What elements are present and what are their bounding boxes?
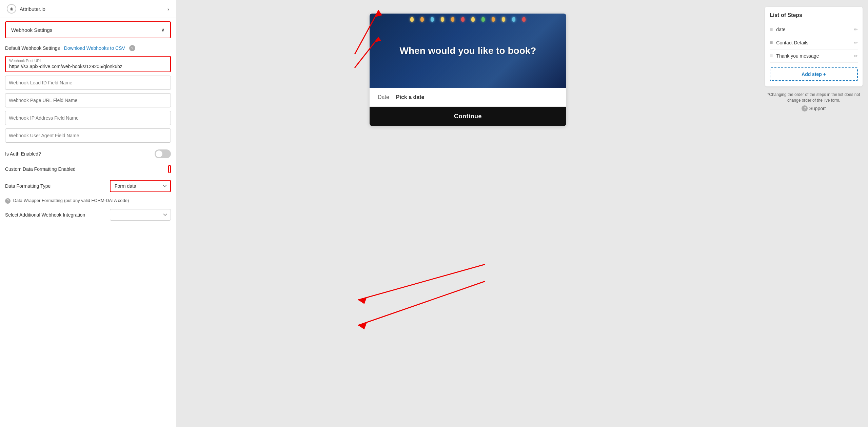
light-6 [461,17,465,22]
light-2 [420,17,424,22]
svg-line-6 [358,281,485,325]
edit-icon-thankyou[interactable]: ✏ [854,53,858,59]
webhook-settings-title: Webhook Settings [11,27,52,33]
party-lights [370,17,566,22]
light-10 [502,17,505,22]
light-9 [492,17,495,22]
support-help-icon: ? [802,105,808,111]
attributer-header[interactable]: ◉ Attributer.io › [0,0,176,18]
step-warning: *Changing the order of the steps in the … [765,92,863,103]
preview-image: When would you like to book? [370,14,566,88]
light-11 [512,17,515,22]
is-auth-toggle[interactable] [155,149,171,158]
step-item-date[interactable]: ≡ date ✏ [770,23,858,36]
preview-body: Date Pick a date Continue [370,88,566,126]
light-5 [451,17,454,22]
step-label-thankyou: Thank you message [776,53,854,59]
date-row: Date Pick a date [370,88,566,107]
additional-webhook-select[interactable] [110,209,171,221]
date-pick[interactable]: Pick a date [396,94,425,100]
brand-icon: ◉ [7,4,16,14]
is-auth-label: Is Auth Enabled? [5,151,41,157]
webhook-settings-section: Webhook Settings ∨ [5,21,171,38]
default-webhook-label: Default Webhook Settings [5,45,60,51]
custom-data-formatting-label: Custom Data Formatting Enabled [5,166,76,172]
data-formatting-type-select[interactable]: Form data JSON XML [110,180,171,192]
edit-icon-date[interactable]: ✏ [854,27,858,32]
support-link[interactable]: ? Support [765,105,863,111]
preview-card: When would you like to book? Date Pick a… [370,14,566,126]
help-icon-1[interactable]: ? [129,45,135,51]
data-formatting-type-label: Data Formatting Type [5,183,51,189]
step-label-contact: Contact Details [776,40,854,45]
step-label-date: date [776,27,854,32]
date-label: Date [378,94,389,100]
data-wrapper-info: ? Data Wrapper Formatting (put any valid… [5,196,171,206]
data-formatting-type-row: Data Formatting Type Form data JSON XML [5,177,171,196]
light-7 [471,17,475,22]
webhook-ip-address-input[interactable] [5,111,171,125]
default-webhook-row: Default Webhook Settings Download Webhoo… [5,45,171,51]
is-auth-enabled-row: Is Auth Enabled? [5,146,171,162]
svg-marker-7 [358,323,367,329]
light-8 [481,17,485,22]
webhook-settings-toggle[interactable]: Webhook Settings ∨ [6,22,170,38]
light-3 [431,17,434,22]
drag-icon-contact: ≡ [770,40,773,46]
light-4 [441,17,444,22]
additional-webhook-label: Select Additional Webhook Integration [5,212,85,218]
svg-line-4 [358,264,485,300]
edit-icon-contact[interactable]: ✏ [854,40,858,45]
webhook-section-body: Default Webhook Settings Download Webhoo… [0,42,176,231]
preview-image-content: When would you like to book? [400,45,536,56]
drag-icon-thankyou: ≡ [770,53,773,59]
middle-panel: When would you like to book? Date Pick a… [176,0,760,427]
custom-data-formatting-toggle-wrapper[interactable] [168,165,171,173]
drag-icon-date: ≡ [770,26,773,33]
support-label: Support [809,106,826,111]
left-panel: ◉ Attributer.io › Webhook Settings ∨ Def… [0,0,176,427]
chevron-down-icon: ∨ [161,27,165,33]
list-of-steps-card: List of Steps ≡ date ✏ ≡ Contact Details… [765,7,863,86]
header-chevron: › [167,6,169,12]
webhook-url-label: Webhook Post URL [9,59,167,63]
right-panel: List of Steps ≡ date ✏ ≡ Contact Details… [760,0,868,427]
svg-marker-5 [358,298,367,304]
help-icon-2[interactable]: ? [5,198,11,204]
brand-name: Attributer.io [20,6,45,12]
preview-title: When would you like to book? [400,45,536,56]
continue-button[interactable]: Continue [370,107,566,126]
light-1 [410,17,414,22]
webhook-post-url-field[interactable]: Webhook Post URL [5,56,171,72]
add-step-button[interactable]: Add step + [770,67,858,81]
is-auth-slider [155,149,171,158]
webhook-lead-id-input[interactable] [5,76,171,90]
light-12 [522,17,526,22]
webhook-page-url-input[interactable] [5,93,171,107]
additional-webhook-row: Select Additional Webhook Integration [5,206,171,224]
download-webhooks-link[interactable]: Download Webhooks to CSV [64,45,125,51]
webhook-user-agent-input[interactable] [5,128,171,143]
step-item-contact[interactable]: ≡ Contact Details ✏ [770,36,858,49]
step-item-thankyou[interactable]: ≡ Thank you message ✏ [770,49,858,63]
list-of-steps-title: List of Steps [770,12,858,18]
custom-data-formatting-row: Custom Data Formatting Enabled [5,162,171,177]
webhook-url-input[interactable] [9,64,167,69]
